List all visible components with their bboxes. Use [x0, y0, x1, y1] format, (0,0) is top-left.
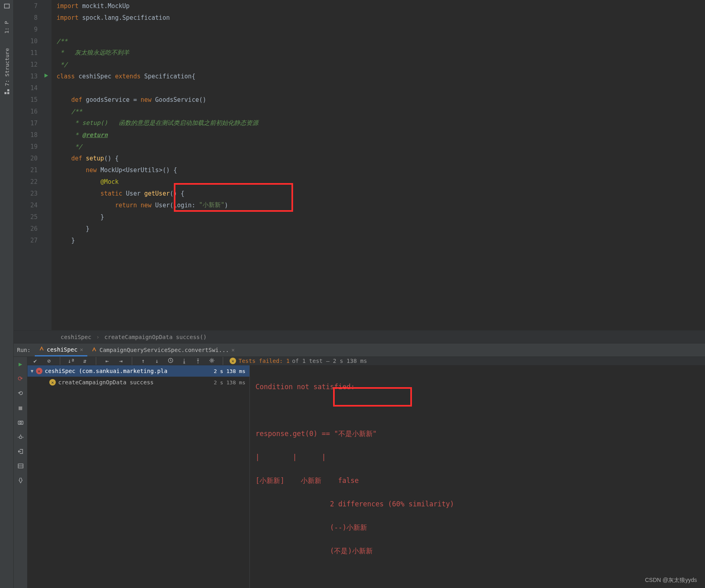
- up-icon[interactable]: ↑: [139, 358, 148, 364]
- code-line[interactable]: }: [57, 234, 705, 246]
- code-line[interactable]: * 灰太狼永远吃不到羊: [57, 47, 705, 59]
- gutter-line[interactable]: 24: [14, 199, 51, 211]
- gutter-line[interactable]: 22: [14, 176, 51, 188]
- svg-rect-0: [4, 4, 9, 8]
- chevron-right-icon: ›: [94, 334, 102, 340]
- gutter-line[interactable]: 11: [14, 47, 51, 59]
- export-icon[interactable]: ⭱: [194, 358, 203, 364]
- gutter-line[interactable]: 9: [14, 23, 51, 35]
- code-line[interactable]: import mockit.MockUp: [57, 0, 705, 12]
- test-time: 2 s 138 ms: [214, 379, 249, 386]
- bug-icon[interactable]: [17, 433, 25, 441]
- code-line[interactable]: class ceshiSpec extends Specification{: [57, 70, 705, 82]
- code-line[interactable]: */: [57, 141, 705, 152]
- run-tab-bar: Run: ceshiSpec×CampaignQueryServiceSpec.…: [14, 343, 705, 357]
- block-icon[interactable]: ⊘: [44, 358, 53, 364]
- code-line[interactable]: new MockUp<UserUtils>() {: [57, 164, 705, 176]
- gutter-line[interactable]: 14: [14, 82, 51, 94]
- line-gutter: 789101112131415161718192021222324252627: [14, 0, 52, 330]
- test-time: 2 s 138 ms: [214, 368, 249, 374]
- code-line[interactable]: return new User(login: "小新新"): [57, 199, 705, 211]
- sidebar-tab-project[interactable]: 1: P: [3, 18, 11, 37]
- gutter-line[interactable]: 10: [14, 35, 51, 47]
- close-icon[interactable]: ×: [80, 346, 83, 353]
- gutter-line[interactable]: 7: [14, 0, 51, 12]
- test-tab-icon: [91, 347, 97, 354]
- gutter-line[interactable]: 21: [14, 164, 51, 176]
- chevron-down-icon[interactable]: ▼: [31, 369, 34, 374]
- svg-point-6: [19, 422, 21, 424]
- check-icon[interactable]: ✔: [31, 358, 40, 364]
- code-line[interactable]: def setup() {: [57, 152, 705, 164]
- gutter-line[interactable]: 19: [14, 141, 51, 152]
- filter-icon[interactable]: ⇵: [80, 358, 89, 364]
- import-icon[interactable]: ⭳: [180, 358, 189, 364]
- gutter-line[interactable]: 12: [14, 59, 51, 70]
- gutter-line[interactable]: 16: [14, 105, 51, 117]
- exit-icon[interactable]: [17, 447, 25, 455]
- code-line[interactable]: */: [57, 59, 705, 70]
- gutter-line[interactable]: 23: [14, 188, 51, 199]
- test-tree[interactable]: ▼ceshiSpec (com.sankuai.marketing.pla2 s…: [27, 365, 250, 588]
- test-tree-row[interactable]: createCampaignOpData success2 s 138 ms: [27, 377, 249, 388]
- project-icon[interactable]: [3, 2, 11, 10]
- gutter-line[interactable]: 20: [14, 152, 51, 164]
- gutter-line[interactable]: 26: [14, 223, 51, 234]
- code-line[interactable]: * @return: [57, 129, 705, 141]
- close-icon[interactable]: ×: [231, 347, 234, 353]
- breadcrumb-method[interactable]: createCampaignOpData success(): [102, 334, 209, 340]
- gutter-line[interactable]: 15: [14, 94, 51, 105]
- code-line[interactable]: @Mock: [57, 176, 705, 188]
- code-line[interactable]: import spock.lang.Specification: [57, 12, 705, 23]
- svg-rect-1: [7, 92, 9, 94]
- gutter-line[interactable]: 13: [14, 70, 51, 82]
- gutter-line[interactable]: 25: [14, 211, 51, 223]
- gutter-line[interactable]: 17: [14, 117, 51, 129]
- run-icon[interactable]: ▶: [17, 360, 25, 368]
- camera-icon[interactable]: [17, 418, 25, 426]
- gutter-line[interactable]: 8: [14, 12, 51, 23]
- warn-icon: [230, 358, 236, 364]
- warn-icon: [49, 379, 56, 386]
- down-icon[interactable]: ↓: [152, 358, 161, 364]
- run-tab[interactable]: CampaignQueryServiceSpec.convertSwi...×: [87, 344, 239, 356]
- rerun-failed-icon[interactable]: ⟳: [17, 375, 25, 383]
- test-output[interactable]: Condition not satisfied: response.get(0)…: [250, 365, 705, 588]
- history-icon[interactable]: [166, 357, 175, 365]
- code-line[interactable]: /**: [57, 35, 705, 47]
- editor[interactable]: 789101112131415161718192021222324252627 …: [14, 0, 705, 330]
- pin-icon[interactable]: [17, 476, 25, 485]
- main-area: 789101112131415161718192021222324252627 …: [14, 0, 705, 588]
- layout-icon[interactable]: [17, 462, 25, 470]
- test-tab-icon: [39, 346, 44, 353]
- svg-point-7: [19, 436, 21, 438]
- breadcrumb[interactable]: ceshiSpec › createCampaignOpData success…: [14, 330, 705, 343]
- code-line[interactable]: static User getUser() {: [57, 188, 705, 199]
- code-line[interactable]: }: [57, 223, 705, 234]
- svg-marker-4: [44, 74, 48, 78]
- toggle-auto-icon[interactable]: ⟲: [17, 389, 25, 397]
- sort-icon[interactable]: ↓ª: [67, 358, 76, 364]
- run-tab[interactable]: ceshiSpec×: [35, 344, 87, 356]
- stop-icon[interactable]: ■: [17, 404, 25, 412]
- expand-icon[interactable]: ⇥: [116, 358, 125, 364]
- sidebar-tab-structure[interactable]: 7: Structure: [3, 45, 11, 98]
- settings-icon[interactable]: [207, 357, 216, 365]
- code-line[interactable]: }: [57, 211, 705, 223]
- code-line[interactable]: [57, 82, 705, 94]
- code-line[interactable]: def goodsService = new GoodsService(): [57, 94, 705, 105]
- code-line[interactable]: [57, 23, 705, 35]
- fail-icon: [36, 368, 42, 374]
- test-tree-row[interactable]: ▼ceshiSpec (com.sankuai.marketing.pla2 s…: [27, 365, 249, 377]
- code-area[interactable]: import mockit.MockUpimport spock.lang.Sp…: [52, 0, 705, 330]
- breadcrumb-class[interactable]: ceshiSpec: [58, 334, 94, 340]
- gutter-line[interactable]: 27: [14, 234, 51, 246]
- code-line[interactable]: * setup() 函数的意思是在测试类启动加载之前初始化静态资源: [57, 117, 705, 129]
- run-gutter-icon[interactable]: [43, 73, 49, 80]
- collapse-icon[interactable]: ⇤: [103, 358, 112, 364]
- run-side-toolbar: ▶ ⟳ ⟲ ■: [14, 357, 27, 588]
- left-toolbar: 1: P 7: Structure: [0, 0, 14, 588]
- code-line[interactable]: /**: [57, 105, 705, 117]
- gutter-line[interactable]: 18: [14, 129, 51, 141]
- run-label: Run:: [16, 347, 35, 353]
